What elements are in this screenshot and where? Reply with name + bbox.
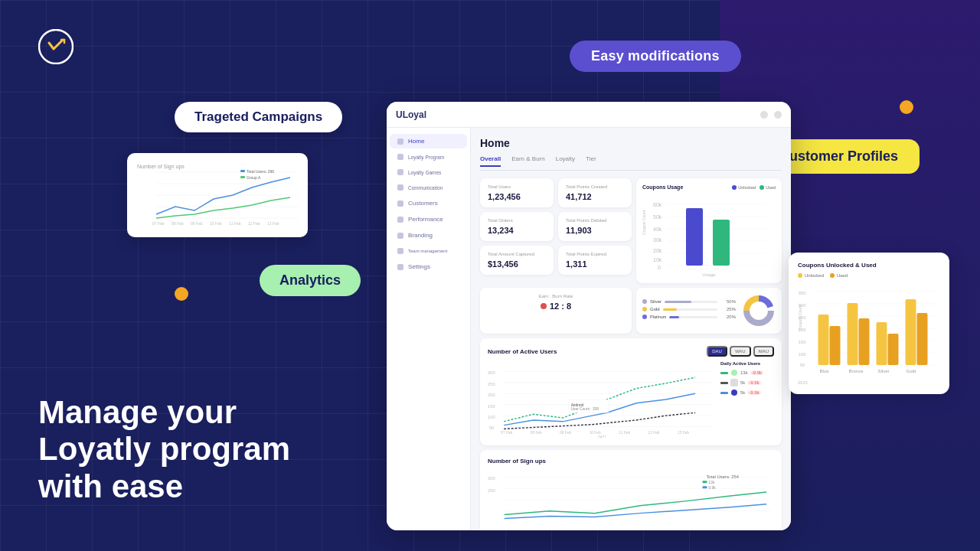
legend-unlocked-text: Unlocked [805, 273, 824, 278]
sidebar-label-customers: Customers [408, 200, 438, 207]
btn-dau[interactable]: DAU [707, 346, 727, 357]
tab-tier[interactable]: Tier [586, 155, 596, 167]
loyalty-games-icon [397, 169, 403, 175]
svg-point-64 [731, 390, 737, 396]
svg-text:09 Feb: 09 Feb [560, 431, 571, 435]
svg-text:50: 50 [489, 425, 494, 430]
svg-text:300: 300 [488, 476, 496, 481]
tier-silver-fill [665, 301, 691, 303]
active-users-chart: Number of Active Users DAU WAU MAU 300 2… [480, 338, 782, 445]
svg-text:User Count : 208: User Count : 208 [571, 407, 599, 411]
tab-loyalty[interactable]: Loyalty [556, 155, 575, 167]
tier-silver-label: Silver [650, 299, 662, 304]
tier-platinum: Platinum 20% [642, 315, 736, 319]
btn-mau[interactable]: MAU [753, 346, 774, 357]
svg-text:Android: Android [571, 403, 584, 407]
dot-right [900, 100, 913, 114]
sidebar-item-branding[interactable]: Branding [390, 228, 467, 243]
earn-burn-dot [541, 303, 547, 309]
sidebar-item-communication[interactable]: Communication [390, 181, 467, 194]
svg-text:11 Feb: 11 Feb [229, 221, 241, 226]
settings-icon [397, 264, 403, 270]
coupons-panel-chart: 350 300 250 200 150 100 50 Blue Bronze S… [798, 284, 940, 376]
app-titlebar: ULoyal [387, 102, 791, 128]
hero-line2: Loyatly program [38, 431, 290, 467]
sidebar-item-customers[interactable]: Customers [390, 196, 467, 210]
stat-amount-captured: Total Amount Captured $13,456 [480, 246, 554, 275]
app-logo-text: ULoyal [396, 109, 426, 120]
app-window: ULoyal Home Loyalty Program Loyalty Game… [387, 102, 791, 530]
stat-points-expired: Total Points Expired 1,311 [558, 246, 632, 275]
svg-rect-94 [877, 322, 887, 365]
main-content[interactable]: Home Overall Earn & Burn Loyalty Tier To… [471, 128, 791, 530]
coupons-usage-card: Coupons Usage Unlocked Used [636, 178, 782, 283]
badge-targeted-campaigns: Trageted Campaigns [175, 102, 342, 132]
tier-silver-dot [642, 299, 647, 304]
svg-text:10k: 10k [653, 257, 662, 262]
svg-text:Used: Used [715, 268, 726, 269]
sidebar-item-home[interactable]: Home [390, 134, 467, 148]
stat-value-points-expired: 1,311 [566, 259, 624, 269]
svg-rect-31 [686, 208, 703, 266]
svg-text:20k: 20k [653, 248, 662, 253]
tier-gold-label: Gold [650, 307, 660, 311]
signups-chart: Number of Sign ups 300 250 Total Users: … [480, 450, 782, 530]
svg-text:10 Feb: 10 Feb [590, 431, 601, 435]
btn-wau[interactable]: WAU [730, 346, 751, 357]
svg-text:40k: 40k [653, 227, 662, 232]
tier-gold: Gold 25% [642, 307, 736, 311]
svg-text:100: 100 [799, 352, 807, 357]
svg-text:50: 50 [800, 363, 805, 367]
svg-text:50k: 50k [653, 214, 662, 220]
stat-value-points-debited: 11,903 [566, 226, 624, 235]
legend-used-label: Used [766, 185, 776, 190]
sidebar-item-settings[interactable]: Settings [390, 259, 467, 274]
svg-text:0: 0 [658, 265, 661, 269]
stat-value-points-created: 41,712 [566, 192, 624, 201]
sidebar-label-communication: Communication [408, 185, 443, 191]
svg-text:08 Feb: 08 Feb [531, 431, 542, 435]
tier-platinum-pct: 20% [720, 315, 736, 319]
tier-platinum-label: Platinum [650, 315, 666, 319]
tier-distribution-card: Silver 50% Gold 25% [636, 288, 782, 334]
coupons-panel-title: Coupons Unlocked & Used [798, 262, 940, 269]
stat-total-users: Total Users 1,23,456 [480, 178, 554, 207]
svg-text:13 Feb: 13 Feb [678, 431, 689, 435]
tier-silver-bar [665, 301, 717, 303]
svg-rect-95 [888, 334, 899, 365]
sidebar-item-team[interactable]: Team management [390, 244, 467, 258]
svg-rect-91 [830, 326, 841, 365]
stat-label-points-debited: Total Points Debited [566, 218, 624, 223]
svg-text:Blue: Blue [820, 369, 830, 373]
hero-text: Manage your Loyatly program with ease [38, 394, 290, 505]
sidebar-item-loyalty-games[interactable]: Loyalty Games [390, 165, 467, 179]
tab-earn-burn[interactable]: Earn & Burn [511, 155, 545, 167]
tier-gold-pct: 25% [720, 307, 736, 311]
earn-burn-value: 12 : 8 [488, 302, 624, 311]
svg-text:300: 300 [488, 370, 495, 375]
sidebar-label-performance: Performance [408, 216, 443, 223]
tier-list: Silver 50% Gold 25% [642, 299, 736, 322]
chart-thumbnail: Number of Sign ups Total Users: 296 Grou… [127, 153, 308, 237]
svg-text:13 Feb: 13 Feb [267, 221, 279, 226]
svg-text:08 Feb: 08 Feb [172, 221, 184, 226]
active-users-title: Number of Active Users [488, 348, 557, 355]
badge-easy-modifications: Easy modifications [570, 41, 741, 72]
svg-text:350: 350 [799, 291, 807, 295]
svg-text:100: 100 [488, 415, 495, 419]
tab-overall[interactable]: Overall [480, 155, 501, 167]
logo [38, 29, 74, 64]
dot-left [175, 287, 188, 301]
tier-silver-pct: 50% [720, 299, 736, 304]
svg-text:250: 250 [488, 382, 495, 386]
tier-gold-bar [663, 308, 717, 311]
app-body: Home Loyalty Program Loyalty Games Commu… [387, 128, 791, 530]
sidebar: Home Loyalty Program Loyalty Games Commu… [387, 128, 471, 530]
logo-icon [38, 29, 74, 64]
legend-unlocked-dot [732, 185, 737, 190]
sidebar-item-performance[interactable]: Performance [390, 212, 467, 227]
titlebar-dot-1 [760, 111, 768, 119]
svg-text:60k: 60k [653, 202, 662, 207]
svg-text:12 Feb: 12 Feb [648, 431, 660, 435]
sidebar-item-loyalty-program[interactable]: Loyalty Program [390, 150, 467, 164]
